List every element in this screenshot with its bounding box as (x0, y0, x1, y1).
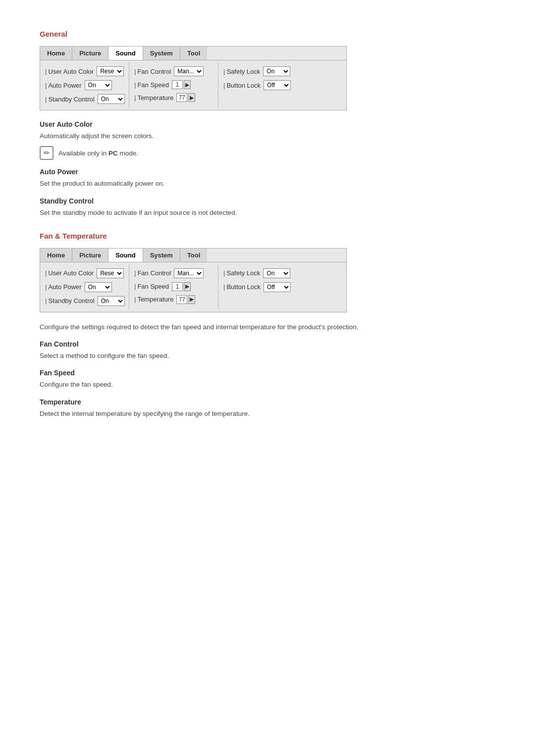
menu-row: Safety LockOnOff (218, 266, 318, 280)
menu-row-select[interactable]: OnOff (264, 80, 291, 90)
menu-row-label: Temperature (134, 94, 173, 101)
menu-row-select[interactable]: OnOff (263, 268, 290, 278)
menu-col-1: Fan ControlMan...AutoFan Speed1▶Temperat… (129, 62, 218, 108)
menu-row-stepper: 77▶ (176, 295, 195, 304)
menu-tab-home[interactable]: Home (40, 47, 72, 60)
page-content: GeneralHomePictureSoundSystemToolUser Au… (40, 30, 495, 419)
subsection-text-fan-control: Select a method to configure the fan spe… (40, 351, 495, 361)
stepper-value: 1 (172, 282, 183, 291)
section-fan-temperature: Fan & TemperatureHomePictureSoundSystemT… (40, 232, 495, 419)
menu-row-label: Auto Power (45, 82, 82, 89)
menu-tab-tool[interactable]: Tool (180, 47, 207, 60)
menu-row-label: Standby Control (45, 297, 95, 304)
menu-tab-home[interactable]: Home (40, 249, 72, 262)
menu-row-select[interactable]: OnOff (264, 282, 291, 292)
menu-table: HomePictureSoundSystemToolUser Auto Colo… (40, 46, 347, 110)
stepper-value: 77 (176, 295, 187, 304)
menu-row: Button LockOnOff (218, 78, 318, 92)
menu-row: Fan ControlMan...Auto (129, 266, 218, 280)
menu-row-select[interactable]: Reset (97, 66, 124, 76)
note-row: ✏Available only in PC mode. (40, 146, 495, 160)
menu-row-label: User Auto Color (45, 269, 94, 277)
section-general: GeneralHomePictureSoundSystemToolUser Au… (40, 30, 495, 218)
subsection-text-user-auto-color: Automatically adjust the screen colors. (40, 131, 495, 141)
menu-row: User Auto ColorReset (40, 64, 129, 78)
menu-row-select[interactable]: Man...Auto (174, 66, 204, 76)
menu-row: Standby ControlOnOff (40, 294, 129, 308)
subsection-title-standby-control: Standby Control (40, 197, 495, 205)
menu-row-label: Button Lock (223, 82, 261, 89)
menu-col-0: User Auto ColorResetAuto PowerOnOffStand… (40, 264, 129, 310)
menu-row-label: Fan Speed (134, 283, 169, 290)
menu-row-select[interactable]: OnOff (98, 94, 125, 104)
subsection-title-user-auto-color: User Auto Color (40, 120, 495, 128)
menu-row: Fan Speed1▶ (129, 280, 218, 293)
menu-row-stepper: 77▶ (176, 93, 195, 102)
subsection-text-temperature: Detect the internal temperature by speci… (40, 409, 495, 419)
menu-tab-picture[interactable]: Picture (72, 47, 108, 60)
menu-tab-system[interactable]: System (143, 47, 180, 60)
menu-row-select[interactable]: OnOff (85, 80, 112, 90)
menu-row-label: User Auto Color (45, 68, 94, 75)
menu-col-0: User Auto ColorResetAuto PowerOnOffStand… (40, 62, 129, 108)
stepper-right-button[interactable]: ▶ (184, 80, 191, 89)
menu-tab-system[interactable]: System (143, 249, 180, 262)
menu-row: User Auto ColorReset (40, 266, 129, 280)
menu-row: Button LockOnOff (218, 280, 318, 294)
menu-row-label: Auto Power (45, 283, 82, 291)
menu-col-2: Safety LockOnOffButton LockOnOff (218, 62, 318, 108)
menu-row-label: Fan Control (134, 269, 171, 277)
menu-row: Auto PowerOnOff (40, 78, 129, 92)
stepper-value: 77 (176, 93, 187, 102)
section-title: Fan & Temperature (40, 232, 495, 240)
menu-header: HomePictureSoundSystemTool (40, 47, 346, 60)
menu-row: Temperature77▶ (129, 91, 218, 104)
menu-row: Temperature77▶ (129, 293, 218, 306)
menu-row-label: Safety Lock (223, 68, 260, 75)
menu-row-label: Safety Lock (223, 269, 260, 277)
menu-row-select[interactable]: OnOff (263, 66, 290, 76)
menu-body: User Auto ColorResetAuto PowerOnOffStand… (40, 60, 346, 110)
menu-row-label: Temperature (134, 296, 173, 303)
menu-row: Auto PowerOnOff (40, 280, 129, 294)
menu-row: Fan Speed1▶ (129, 78, 218, 91)
stepper-right-button[interactable]: ▶ (188, 93, 195, 102)
menu-row-label: Fan Speed (134, 81, 169, 89)
menu-row-stepper: 1▶ (172, 80, 191, 89)
stepper-value: 1 (172, 80, 183, 89)
section-title: General (40, 30, 495, 38)
menu-row-select[interactable]: OnOff (85, 282, 112, 292)
menu-tab-picture[interactable]: Picture (72, 249, 108, 262)
menu-row-label: Standby Control (45, 96, 95, 103)
subsection-title-fan-control: Fan Control (40, 340, 495, 348)
menu-row-select[interactable]: Man...Auto (174, 268, 204, 278)
menu-table: HomePictureSoundSystemToolUser Auto Colo… (40, 248, 347, 312)
menu-tab-sound[interactable]: Sound (108, 47, 143, 60)
menu-row: Fan ControlMan...Auto (129, 64, 218, 78)
menu-row: Standby ControlOnOff (40, 92, 129, 106)
menu-col-1: Fan ControlMan...AutoFan Speed1▶Temperat… (129, 264, 218, 310)
menu-row-select[interactable]: OnOff (98, 296, 125, 306)
menu-body: User Auto ColorResetAuto PowerOnOffStand… (40, 262, 346, 312)
menu-col-2: Safety LockOnOffButton LockOnOff (218, 264, 318, 310)
subsection-text-auto-power: Set the product to automatically power o… (40, 179, 495, 189)
menu-row-label: Button Lock (223, 283, 261, 291)
note-text: Available only in PC mode. (58, 150, 138, 157)
subsection-text-fan-speed: Configure the fan speed. (40, 380, 495, 390)
note-icon: ✏ (40, 146, 54, 160)
stepper-right-button[interactable]: ▶ (188, 295, 195, 304)
subsection-text-standby-control: Set the standby mode to activate if an i… (40, 208, 495, 218)
menu-tab-sound[interactable]: Sound (108, 249, 143, 262)
menu-tab-tool[interactable]: Tool (180, 249, 207, 262)
stepper-right-button[interactable]: ▶ (184, 282, 191, 291)
menu-row-select[interactable]: Reset (97, 268, 124, 278)
subsection-title-temperature: Temperature (40, 398, 495, 406)
subsection-title-auto-power: Auto Power (40, 168, 495, 176)
subsection-title-fan-speed: Fan Speed (40, 369, 495, 377)
menu-row: Safety LockOnOff (218, 64, 318, 78)
menu-row-label: Fan Control (134, 68, 171, 75)
menu-row-stepper: 1▶ (172, 282, 191, 291)
section-intro: Configure the settings required to detec… (40, 322, 495, 332)
menu-header: HomePictureSoundSystemTool (40, 249, 346, 262)
